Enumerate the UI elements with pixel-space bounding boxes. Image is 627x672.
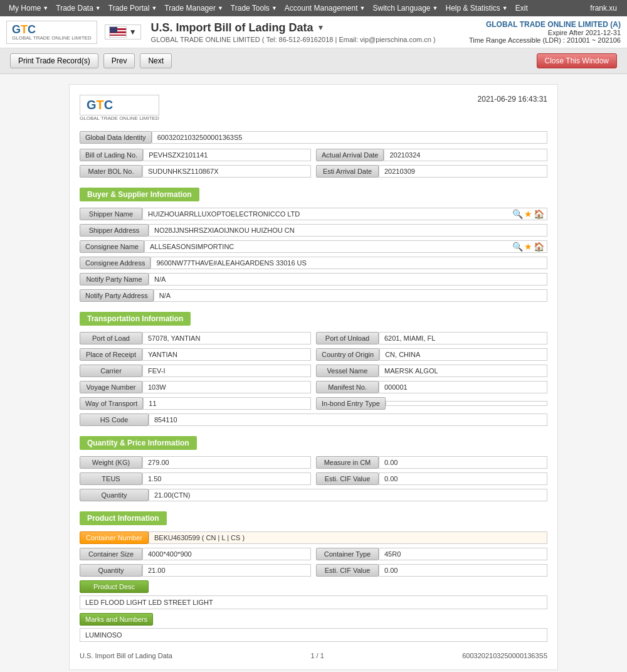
nav-trade-data-arrow: ▼: [95, 5, 101, 11]
quantity-price-header: Quantity & Price Information: [80, 436, 197, 450]
nav-trade-manager[interactable]: Trade Manager ▼: [161, 0, 227, 16]
measure-cm-group: Measure in CM 0.00: [316, 456, 547, 469]
bill-of-lading-label: Bill of Lading No.: [80, 149, 143, 161]
country-of-origin-value: CN, CHINA: [379, 348, 547, 361]
container-size-label: Container Size: [80, 548, 142, 560]
notify-party-address-value: N/A: [154, 289, 547, 302]
product-quantity-group: Quantity 21.00: [80, 564, 311, 577]
way-of-transport-group: Way of Transport 11: [80, 397, 311, 410]
product-desc-value: LED FLOOD LIGHT LED STREET LIGHT: [80, 595, 547, 609]
esti-arrival-value: 20210309: [379, 165, 547, 178]
marks-label: Marks and Numbers: [80, 613, 153, 626]
port-of-load-label: Port of Load: [80, 332, 142, 344]
way-of-transport-value: 11: [143, 397, 311, 410]
header-expire: Expire After 2021-12-31: [469, 29, 621, 36]
page-title: U.S. Import Bill of Lading Data ▼: [151, 21, 469, 35]
product-quantity-label: Quantity: [80, 564, 142, 577]
nav-trade-tools[interactable]: Trade Tools ▼: [227, 0, 281, 16]
shipper-home-icon[interactable]: 🏠: [534, 209, 544, 219]
shipper-name-value: HUIZHOUARRLLUXOPTOELECTRONICCO LTD: [143, 208, 510, 220]
shipper-name-value-container: HUIZHOUARRLLUXOPTOELECTRONICCO LTD 🔍 ★ 🏠: [142, 208, 547, 220]
esti-cif-value: 0.00: [379, 472, 547, 485]
nav-switch-language[interactable]: Switch Language ▼: [369, 0, 441, 16]
quantity-label: Quantity: [80, 489, 149, 501]
record-logo-container: GTC GLOBAL TRADE ONLINE LIMITED: [80, 95, 159, 121]
global-data-row: Global Data Identity 6003202103250000136…: [80, 131, 547, 144]
shipper-star-icon[interactable]: ★: [524, 209, 532, 219]
mater-bol-value: SUDUNHKSZ110867X: [142, 165, 311, 178]
logo-text: GTC: [12, 24, 92, 35]
esti-arrival-label: Esti Arrival Date: [316, 165, 379, 178]
container-number-value: BEKU4630599 ( CN | L | CS ): [149, 531, 547, 544]
weight-value: 279.00: [142, 456, 311, 469]
product-esti-cif-label: Esti. CIF Value: [316, 564, 379, 577]
notify-party-address-label: Notify Party Address: [80, 289, 154, 302]
hs-code-value: 854110: [149, 413, 547, 426]
port-of-load-value: 57078, YANTIAN: [142, 332, 311, 344]
prev-button[interactable]: Prev: [103, 53, 135, 68]
consignee-home-icon[interactable]: 🏠: [534, 242, 544, 252]
nav-my-home-arrow: ▼: [43, 5, 48, 11]
place-of-receipt-value: YANTIAN: [142, 348, 311, 361]
language-flag[interactable]: ▼: [105, 24, 141, 40]
port-of-load-group: Port of Load 57078, YANTIAN: [80, 332, 311, 344]
consignee-star-icon[interactable]: ★: [524, 242, 532, 252]
actual-arrival-group: Actual Arrival Date 20210324: [316, 149, 547, 161]
page-title-dropdown[interactable]: ▼: [317, 23, 325, 32]
carrier-label: Carrier: [80, 365, 142, 377]
quantity-row: Quantity 21.00(CTN): [80, 489, 547, 501]
next-button[interactable]: Next: [140, 53, 172, 68]
port-of-unload-group: Port of Unload 6201, MIAMI, FL: [316, 332, 547, 344]
consignee-address-value: 9600NW77THAVE#ALEAHGARDENS 33016 US: [150, 257, 547, 269]
inbond-entry-group: In-bond Entry Type: [316, 397, 547, 410]
shipper-name-label: Shipper Name: [80, 208, 142, 220]
consignee-address-row: Consignee Address 9600NW77THAVE#ALEAHGAR…: [80, 257, 547, 269]
record-footer-title: U.S. Import Bill of Lading Data: [80, 652, 172, 659]
nav-trade-tools-arrow: ▼: [271, 5, 277, 11]
esti-cif-group: Esti. CIF Value 0.00: [316, 472, 547, 485]
nav-help-statistics[interactable]: Help & Statistics ▼: [441, 0, 511, 16]
actual-arrival-label: Actual Arrival Date: [316, 149, 384, 161]
consignee-name-row: Consignee Name ALLSEASONSIMPORTINC 🔍 ★ 🏠: [80, 240, 547, 253]
bill-arrival-row: Bill of Lading No. PEVHSZX2101141 Actual…: [80, 149, 547, 161]
product-esti-cif-group: Esti. CIF Value 0.00: [316, 564, 547, 577]
carrier-vessel-row: Carrier FEV-I Vessel Name MAERSK ALGOL: [80, 365, 547, 377]
vessel-name-group: Vessel Name MAERSK ALGOL: [316, 365, 547, 377]
receipt-origin-row: Place of Receipt YANTIAN Country of Orig…: [80, 348, 547, 361]
company-logo: GTC GLOBAL TRADE ONLINE LIMITED: [6, 21, 97, 44]
nav-trade-portal[interactable]: Trade Portal ▼: [105, 0, 161, 16]
inbond-entry-value: [386, 401, 547, 406]
us-flag-icon: [109, 26, 127, 38]
nav-trade-data[interactable]: Trade Data ▼: [52, 0, 105, 16]
esti-cif-label: Esti. CIF Value: [316, 472, 379, 485]
vessel-name-label: Vessel Name: [316, 365, 379, 377]
container-size-group: Container Size 4000*400*900: [80, 548, 311, 560]
marks-value: LUMINOSO: [80, 628, 547, 642]
country-of-origin-label: Country of Origin: [316, 348, 379, 361]
voyage-number-value: 103W: [142, 381, 311, 393]
nav-my-home[interactable]: My Home ▼: [5, 0, 52, 16]
record-footer-id: 60032021032500001363S5: [462, 652, 547, 659]
way-of-transport-label: Way of Transport: [80, 397, 143, 410]
product-quantity-cif-row: Quantity 21.00 Esti. CIF Value 0.00: [80, 564, 547, 577]
port-of-unload-value: 6201, MIAMI, FL: [379, 332, 547, 344]
consignee-search-icon[interactable]: 🔍: [512, 242, 523, 252]
vessel-name-value: MAERSK ALGOL: [379, 365, 547, 377]
manifest-no-label: Manifest No.: [316, 381, 379, 393]
voyage-manifest-row: Voyage Number 103W Manifest No. 000001: [80, 381, 547, 393]
shipper-name-group: Shipper Name HUIZHOUARRLLUXOPTOELECTRONI…: [80, 208, 547, 220]
place-of-receipt-group: Place of Receipt YANTIAN: [80, 348, 311, 361]
transportation-header: Transportation Information: [80, 312, 191, 326]
weight-group: Weight (KG) 279.00: [80, 456, 311, 469]
nav-exit[interactable]: Exit: [512, 0, 532, 16]
buyer-supplier-header: Buyer & Supplier Information: [80, 188, 199, 201]
print-button[interactable]: Print Trade Record(s): [10, 53, 98, 68]
close-window-button[interactable]: Close This Window: [537, 53, 617, 68]
consignee-name-value-container: ALLSEASONSIMPORTINC 🔍 ★ 🏠: [144, 240, 547, 253]
nav-account-management[interactable]: Account Management ▼: [281, 0, 369, 16]
hs-code-row: HS Code 854110: [80, 413, 547, 426]
carrier-value: FEV-I: [142, 365, 311, 377]
shipper-search-icon[interactable]: 🔍: [512, 209, 523, 219]
bill-of-lading-value: PEVHSZX2101141: [143, 149, 311, 161]
header-right-info: GLOBAL TRADE ONLINE LIMITED (A) Expire A…: [469, 20, 621, 44]
